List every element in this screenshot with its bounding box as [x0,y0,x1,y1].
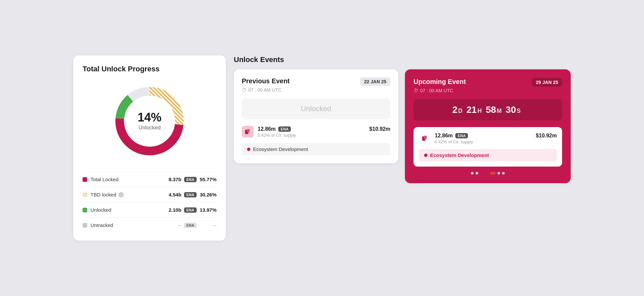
countdown-hours-num: 21 [467,105,477,115]
prev-token-row: 12.86m ENA $10.92m 0.42% of Cir. supply [242,126,390,138]
dot-6[interactable] [502,172,505,175]
unlocked-status-text: Unlocked [301,105,331,113]
previous-event-card: Previous Event 22 JAN 25 ⏱ 07 : 00 AM UT… [234,69,398,163]
upcoming-ecosystem-tag: Ecosystem Development [419,149,557,161]
legend-pct-unlocked: 13.97% [199,207,217,213]
legend-values-locked: 8.37b ENA 55.77% [169,177,217,182]
upcoming-event-card: Upcoming Event 29 JAN 25 ⏱ 07 : 00 AM UT… [405,69,571,183]
donut-label: Unlocked [138,125,161,131]
clock-icon-prev: ⏱ [242,87,246,93]
prev-token-icon [242,126,254,138]
countdown-secs-unit: S [517,108,521,114]
ena-badge-untracked: ENA [184,223,197,228]
legend-pct-tbd: 30.26% [199,192,217,197]
left-card-title: Total Unlock Progress [83,65,217,73]
prev-ena-badge: ENA [278,126,291,132]
upcoming-event-time: ⏱ 07 : 00 AM UTC [414,88,562,93]
donut-chart-container: 14% Unlocked [83,81,217,161]
legend-dot-locked [83,177,87,182]
legend-name-locked: Total Locked [91,177,169,182]
left-card: Total Unlock Progress 14% [73,55,226,241]
legend-name-tbd: TBD locked i [91,192,169,197]
upcoming-token-usd: $10.92m [536,133,557,139]
upcoming-token-row: 12.86m ENA $10.92m 0.42% of Cir. supply [419,132,557,144]
legend-item-locked: Total Locked 8.37b ENA 55.77% [83,172,217,187]
main-container: Total Unlock Progress 14% [73,55,571,241]
upcoming-event-name: Upcoming Event [414,78,466,86]
countdown-mins-num: 58 [486,105,496,115]
legend-name-untracked: Untracked [91,222,164,228]
ena-token-svg-prev [244,128,251,135]
svg-rect-7 [247,129,250,132]
upcoming-token-amount: 12.86m [435,133,453,139]
countdown-hours: 21 H [467,105,484,115]
prev-token-usd: $10.92m [369,126,390,132]
unlock-events-title: Unlock Events [234,55,571,64]
countdown-days-unit: D [458,108,463,114]
prev-event-date: 22 JAN 25 [360,77,390,86]
legend-amount-untracked: -- [164,222,181,228]
upcoming-event-date: 29 JAN 25 [532,78,562,87]
dot-5[interactable] [497,172,500,175]
legend-pct-locked: 55.77% [199,177,217,182]
pagination-dots [414,172,562,175]
legend-values-untracked: -- ENA -- [164,222,217,228]
upcoming-token-icon [419,132,431,144]
right-section: Unlock Events Previous Event 22 JAN 25 ⏱… [234,55,571,183]
ena-badge-locked: ENA [184,177,197,182]
prev-token-info: 12.86m ENA $10.92m 0.42% of Cir. supply [258,126,390,138]
upcoming-time-text: 07 : 00 AM UTC [420,88,453,93]
svg-rect-9 [424,136,427,139]
prev-supply-text: 0.42% of Cir. supply [258,133,390,138]
ena-badge-unlocked: ENA [184,207,197,213]
prev-event-header: Previous Event 22 JAN 25 [242,77,390,86]
dot-4[interactable] [490,172,495,175]
upcoming-eco-label: Ecosystem Development [430,152,489,158]
legend-amount-unlocked: 2.10b [169,207,181,213]
prev-token-top: 12.86m ENA $10.92m [258,126,390,132]
upcoming-token-info: 12.86m ENA $10.92m 0.42% of Cir. supply [435,133,557,144]
countdown-box: 2 D 21 H 58 M 30 S [414,99,562,120]
countdown-days: 2 D [452,105,465,115]
ena-token-svg-upcoming [421,135,428,142]
prev-event-time: ⏱ 07 : 00 AM UTC [242,87,390,93]
countdown-secs: 30 S [506,105,523,115]
countdown-days-num: 2 [452,105,458,115]
upcoming-ena-badge: ENA [455,133,468,138]
legend-list: Total Locked 8.37b ENA 55.77% TBD locked… [83,172,217,233]
legend-item-tbd: TBD locked i 4.54b ENA 30.26% [83,187,217,202]
upcoming-eco-dot [424,154,427,157]
legend-amount-locked: 8.37b [169,177,181,182]
info-icon-tbd[interactable]: i [118,192,124,197]
dot-3-active[interactable] [480,172,488,175]
legend-dot-untracked [83,223,87,228]
countdown-secs-num: 30 [506,105,516,115]
countdown-hours-unit: H [478,108,482,114]
dot-2[interactable] [476,172,478,175]
legend-dot-unlocked [83,208,87,212]
prev-eco-dot [247,148,250,151]
legend-values-tbd: 4.54b ENA 30.26% [169,192,217,197]
legend-amount-tbd: 4.54b [169,192,181,197]
upcoming-token-top: 12.86m ENA $10.92m [435,133,557,139]
clock-icon-upcoming: ⏱ [414,88,418,93]
prev-time-text: 07 : 00 AM UTC [248,87,282,93]
legend-item-unlocked: Unlocked 2.10b ENA 13.97% [83,202,217,218]
donut-center: 14% Unlocked [138,111,161,131]
ena-badge-tbd: ENA [184,192,197,197]
prev-token-amount: 12.86m [258,126,276,132]
unlocked-status-box: Unlocked [242,99,390,119]
upcoming-inner-panel: 12.86m ENA $10.92m 0.42% of Cir. supply … [414,127,562,167]
prev-ecosystem-tag: Ecosystem Development [242,143,390,155]
legend-item-untracked: Untracked -- ENA -- [83,218,217,233]
upcoming-event-header: Upcoming Event 29 JAN 25 [414,78,562,87]
legend-pct-untracked: -- [199,222,217,228]
dot-1[interactable] [471,172,474,175]
countdown-mins: 58 M [486,105,504,115]
prev-eco-label: Ecosystem Development [253,146,308,152]
donut-percent: 14% [138,111,161,123]
countdown-mins-unit: M [497,108,502,114]
legend-values-unlocked: 2.10b ENA 13.97% [169,207,217,213]
events-row: Previous Event 22 JAN 25 ⏱ 07 : 00 AM UT… [234,69,571,183]
legend-dot-tbd [83,192,87,197]
